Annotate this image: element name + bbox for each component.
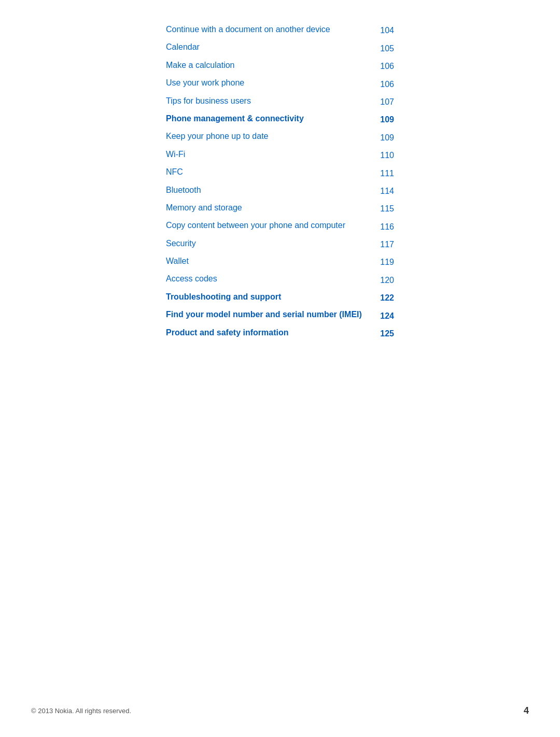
toc-page-bluetooth: 114 (373, 187, 394, 196)
toc-title-product-and-safety: Product and safety information (166, 327, 373, 338)
toc-item-find-your-model-number[interactable]: Find your model number and serial number… (166, 306, 394, 323)
toc-page-calendar: 105 (373, 44, 394, 53)
toc-item-bluetooth[interactable]: Bluetooth114 (166, 181, 394, 199)
toc-title-access-codes: Access codes (166, 273, 373, 285)
toc-item-use-your-work-phone[interactable]: Use your work phone106 (166, 74, 394, 92)
toc-title-calendar: Calendar (166, 41, 373, 53)
toc-page-security: 117 (373, 240, 394, 249)
toc-page-tips-for-business-users: 107 (373, 97, 394, 107)
toc-title-nfc: NFC (166, 166, 373, 178)
toc-page-product-and-safety: 125 (373, 329, 394, 338)
toc-title-wi-fi: Wi-Fi (166, 149, 373, 160)
table-of-contents: Continue with a document on another devi… (166, 21, 394, 342)
toc-item-wi-fi[interactable]: Wi-Fi110 (166, 146, 394, 163)
page-number: 4 (524, 705, 529, 716)
toc-title-memory-and-storage: Memory and storage (166, 202, 373, 214)
toc-item-memory-and-storage[interactable]: Memory and storage115 (166, 199, 394, 217)
toc-title-find-your-model-number: Find your model number and serial number… (166, 309, 373, 320)
toc-page-wallet: 119 (373, 258, 394, 267)
toc-page-phone-management-connectivity: 109 (373, 115, 394, 124)
toc-page-use-your-work-phone: 106 (373, 80, 394, 89)
toc-item-continue-with-document[interactable]: Continue with a document on another devi… (166, 21, 394, 38)
toc-item-make-a-calculation[interactable]: Make a calculation106 (166, 56, 394, 74)
toc-title-continue-with-document: Continue with a document on another devi… (166, 24, 373, 35)
page-container: Continue with a document on another devi… (135, 0, 425, 383)
toc-item-wallet[interactable]: Wallet119 (166, 252, 394, 270)
toc-title-bluetooth: Bluetooth (166, 185, 373, 196)
toc-page-nfc: 111 (373, 169, 394, 178)
toc-title-tips-for-business-users: Tips for business users (166, 95, 373, 107)
toc-title-security: Security (166, 238, 373, 249)
toc-item-security[interactable]: Security117 (166, 235, 394, 252)
toc-title-phone-management-connectivity: Phone management & connectivity (166, 113, 373, 124)
toc-item-calendar[interactable]: Calendar105 (166, 38, 394, 56)
toc-title-copy-content: Copy content between your phone and comp… (166, 220, 373, 231)
toc-title-wallet: Wallet (166, 256, 373, 267)
toc-title-keep-your-phone-up-to-date: Keep your phone up to date (166, 131, 373, 142)
toc-page-memory-and-storage: 115 (373, 204, 394, 214)
toc-title-use-your-work-phone: Use your work phone (166, 77, 373, 89)
toc-item-nfc[interactable]: NFC111 (166, 163, 394, 181)
toc-item-product-and-safety[interactable]: Product and safety information125 (166, 324, 394, 342)
toc-item-access-codes[interactable]: Access codes120 (166, 270, 394, 288)
toc-item-phone-management-connectivity[interactable]: Phone management & connectivity109 (166, 110, 394, 127)
toc-page-keep-your-phone-up-to-date: 109 (373, 133, 394, 143)
toc-page-wi-fi: 110 (373, 151, 394, 160)
toc-item-tips-for-business-users[interactable]: Tips for business users107 (166, 92, 394, 110)
toc-title-make-a-calculation: Make a calculation (166, 60, 373, 71)
toc-page-copy-content: 116 (373, 222, 394, 232)
toc-page-make-a-calculation: 106 (373, 62, 394, 71)
toc-item-keep-your-phone-up-to-date[interactable]: Keep your phone up to date109 (166, 127, 394, 145)
toc-item-copy-content[interactable]: Copy content between your phone and comp… (166, 217, 394, 234)
toc-page-continue-with-document: 104 (373, 26, 394, 35)
page-footer: © 2013 Nokia. All rights reserved. 4 (0, 705, 560, 716)
toc-item-troubleshooting-and-support[interactable]: Troubleshooting and support122 (166, 288, 394, 306)
toc-title-troubleshooting-and-support: Troubleshooting and support (166, 291, 373, 303)
toc-page-access-codes: 120 (373, 276, 394, 285)
copyright-text: © 2013 Nokia. All rights reserved. (31, 707, 131, 715)
toc-page-find-your-model-number: 124 (373, 311, 394, 321)
toc-page-troubleshooting-and-support: 122 (373, 293, 394, 303)
